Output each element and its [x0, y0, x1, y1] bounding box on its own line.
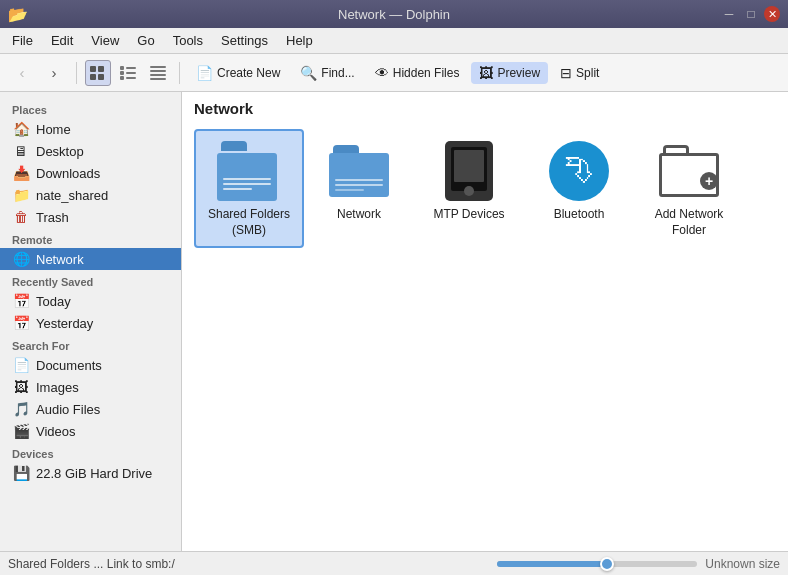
trash-icon: 🗑 — [12, 209, 30, 225]
sidebar-label-videos: Videos — [36, 424, 76, 439]
sidebar-item-today[interactable]: 📅 Today — [0, 290, 181, 312]
grid-item-add-network-folder[interactable]: + Add Network Folder — [634, 129, 744, 248]
sidebar-label-nate-shared: nate_shared — [36, 188, 108, 203]
preview-icon: 🖼 — [479, 65, 493, 81]
hidden-files-button[interactable]: 👁 Hidden Files — [367, 62, 468, 84]
preview-button[interactable]: 🖼 Preview — [471, 62, 548, 84]
minimize-button[interactable]: ─ — [720, 5, 738, 23]
sidebar-label-today: Today — [36, 294, 71, 309]
sidebar-label-hard-drive: 22.8 GiB Hard Drive — [36, 466, 152, 481]
view-details-button[interactable] — [145, 60, 171, 86]
sidebar-label-desktop: Desktop — [36, 144, 84, 159]
today-icon: 📅 — [12, 293, 30, 309]
statusbar-text: Shared Folders ... Link to smb:/ — [8, 557, 489, 571]
sidebar-item-videos[interactable]: 🎬 Videos — [0, 420, 181, 442]
sidebar-item-documents[interactable]: 📄 Documents — [0, 354, 181, 376]
split-label: Split — [576, 66, 599, 80]
sidebar-item-desktop[interactable]: 🖥 Desktop — [0, 140, 181, 162]
statusbar-size: Unknown size — [705, 557, 780, 571]
sidebar-label-home: Home — [36, 122, 71, 137]
sidebar-label-documents: Documents — [36, 358, 102, 373]
home-icon: 🏠 — [12, 121, 30, 137]
network-icon: 🌐 — [12, 251, 30, 267]
titlebar-controls: ─ □ ✕ — [720, 5, 780, 23]
view-compact-icon — [120, 66, 136, 80]
menu-item-tools[interactable]: Tools — [165, 31, 211, 50]
network-label: Network — [337, 207, 381, 223]
titlebar-left: 📂 — [8, 5, 68, 24]
audio-icon: 🎵 — [12, 401, 30, 417]
add-network-folder-label: Add Network Folder — [644, 207, 734, 238]
back-button[interactable]: ‹ — [8, 59, 36, 87]
sidebar-item-nate-shared[interactable]: 📁 nate_shared — [0, 184, 181, 206]
close-button[interactable]: ✕ — [764, 6, 780, 22]
menu-item-settings[interactable]: Settings — [213, 31, 276, 50]
svg-rect-5 — [120, 71, 124, 75]
sidebar-devices-label: Devices — [0, 442, 181, 462]
sidebar-label-network: Network — [36, 252, 84, 267]
sidebar-item-trash[interactable]: 🗑 Trash — [0, 206, 181, 228]
sidebar-recently-saved-label: Recently Saved — [0, 270, 181, 290]
split-icon: ⊟ — [560, 65, 572, 81]
downloads-icon: 📥 — [12, 165, 30, 181]
sidebar-item-images[interactable]: 🖼 Images — [0, 376, 181, 398]
bluetooth-icon: ⮷ — [547, 139, 611, 203]
svg-rect-13 — [150, 78, 166, 80]
sidebar-item-downloads[interactable]: 📥 Downloads — [0, 162, 181, 184]
menu-item-edit[interactable]: Edit — [43, 31, 81, 50]
slider-track[interactable] — [497, 561, 697, 567]
content-area: Network Shar — [182, 92, 788, 551]
grid-item-bluetooth[interactable]: ⮷ Bluetooth — [524, 129, 634, 248]
sidebar-places-label: Places — [0, 98, 181, 118]
bluetooth-label: Bluetooth — [554, 207, 605, 223]
sidebar-item-network[interactable]: 🌐 Network — [0, 248, 181, 270]
menu-item-file[interactable]: File — [4, 31, 41, 50]
shared-folders-icon — [217, 139, 281, 203]
statusbar: Shared Folders ... Link to smb:/ Unknown… — [0, 551, 788, 575]
content-header: Network — [182, 92, 788, 121]
sidebar-remote-label: Remote — [0, 228, 181, 248]
sidebar-item-home[interactable]: 🏠 Home — [0, 118, 181, 140]
hidden-files-label: Hidden Files — [393, 66, 460, 80]
find-button[interactable]: 🔍 Find... — [292, 62, 362, 84]
sidebar-item-hard-drive[interactable]: 💾 22.8 GiB Hard Drive — [0, 462, 181, 484]
maximize-button[interactable]: □ — [742, 5, 760, 23]
sidebar-label-images: Images — [36, 380, 79, 395]
menu-item-help[interactable]: Help — [278, 31, 321, 50]
forward-button[interactable]: › — [40, 59, 68, 87]
hidden-files-icon: 👁 — [375, 65, 389, 81]
preview-label: Preview — [497, 66, 540, 80]
shared-folder-icon: 📁 — [12, 187, 30, 203]
content-grid: Shared Folders (SMB) — [182, 121, 788, 551]
svg-rect-7 — [126, 67, 136, 69]
shared-folders-label: Shared Folders (SMB) — [204, 207, 294, 238]
svg-rect-9 — [126, 77, 136, 79]
sidebar-label-audio: Audio Files — [36, 402, 100, 417]
create-new-button[interactable]: 📄 Create New — [188, 62, 288, 84]
svg-rect-1 — [98, 66, 104, 72]
menu-item-go[interactable]: Go — [129, 31, 162, 50]
yesterday-icon: 📅 — [12, 315, 30, 331]
grid-item-mtp-devices[interactable]: MTP Devices — [414, 129, 524, 248]
main-layout: Places 🏠 Home 🖥 Desktop 📥 Downloads 📁 na… — [0, 92, 788, 551]
sidebar-item-audio[interactable]: 🎵 Audio Files — [0, 398, 181, 420]
toolbar: ‹ › 📄 Create New 🔍 — [0, 54, 788, 92]
svg-rect-3 — [98, 74, 104, 80]
grid-item-network[interactable]: Network — [304, 129, 414, 248]
statusbar-slider[interactable] — [497, 561, 697, 567]
network-folder-icon — [327, 139, 391, 203]
sidebar-item-yesterday[interactable]: 📅 Yesterday — [0, 312, 181, 334]
create-new-icon: 📄 — [196, 65, 213, 81]
app-icon: 📂 — [8, 5, 28, 24]
menubar: FileEditViewGoToolsSettingsHelp — [0, 28, 788, 54]
split-button[interactable]: ⊟ Split — [552, 62, 607, 84]
add-network-folder-icon: + — [657, 139, 721, 203]
view-compact-button[interactable] — [115, 60, 141, 86]
toolbar-separator-2 — [179, 62, 180, 84]
hard-drive-icon: 💾 — [12, 465, 30, 481]
grid-item-shared-folders[interactable]: Shared Folders (SMB) — [194, 129, 304, 248]
svg-rect-4 — [120, 66, 124, 70]
videos-icon: 🎬 — [12, 423, 30, 439]
menu-item-view[interactable]: View — [83, 31, 127, 50]
view-icons-button[interactable] — [85, 60, 111, 86]
